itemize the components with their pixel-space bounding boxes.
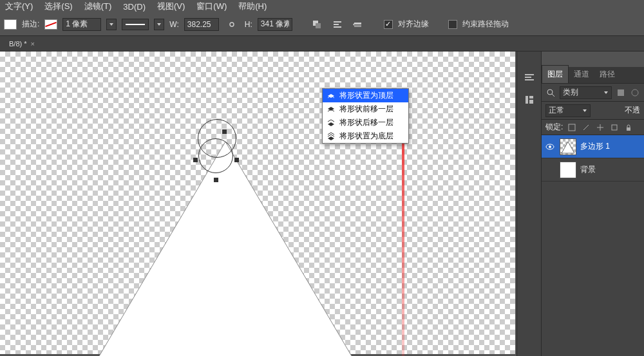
panels-area: 图层 通道 路径 类别 正常 不透 [541, 52, 644, 356]
align-edges-label: 对齐边缘 [398, 19, 429, 30]
align-icon[interactable] [330, 17, 345, 32]
path-anchor[interactable] [214, 178, 218, 182]
stack-down-icon [325, 118, 337, 128]
filter-adjust-icon[interactable] [630, 88, 640, 98]
visibility-icon[interactable] [545, 144, 556, 150]
svg-rect-10 [525, 77, 531, 78]
lock-move-icon[interactable] [595, 122, 605, 133]
height-input[interactable] [258, 18, 292, 31]
document-tab-strip: B/8) * × [0, 36, 644, 52]
menu-select[interactable]: 选择(S) [44, 1, 72, 12]
svg-rect-14 [529, 100, 533, 104]
dd-label: 将形状置为顶层 [339, 90, 393, 101]
menu-bar: 文字(Y) 选择(S) 滤镜(T) 3D(D) 视图(V) 窗口(W) 帮助(H… [0, 0, 644, 13]
lock-pixels-icon[interactable] [567, 122, 577, 133]
width-label: W: [169, 20, 178, 29]
filter-pixel-icon[interactable] [616, 88, 626, 98]
layer-filter-type[interactable]: 类别 [560, 86, 612, 99]
layer-row-polygon[interactable]: 多边形 1 [542, 135, 644, 158]
lock-brush-icon[interactable] [581, 122, 591, 133]
path-ops-icon[interactable] [309, 17, 325, 32]
svg-point-15 [547, 89, 553, 95]
stroke-style-dropdown[interactable] [154, 19, 164, 30]
svg-rect-6 [354, 25, 361, 27]
svg-rect-1 [316, 23, 321, 28]
path-indicator-circle [198, 138, 233, 173]
dd-label: 将形状置为底层 [339, 131, 393, 142]
stack-up-icon [325, 104, 337, 115]
lock-all-icon[interactable] [623, 122, 634, 133]
width-input[interactable] [184, 18, 219, 31]
tab-channels[interactable]: 通道 [569, 66, 594, 83]
blend-mode-select[interactable]: 正常 [545, 104, 591, 117]
blend-mode-label: 正常 [549, 105, 564, 116]
layer-thumb [560, 162, 576, 178]
menu-view[interactable]: 视图(V) [157, 1, 185, 12]
tab-layers[interactable]: 图层 [542, 65, 569, 83]
panel-tabs: 图层 通道 路径 [542, 67, 644, 84]
layer-name[interactable]: 背景 [580, 164, 596, 175]
stroke-width-dropdown[interactable] [106, 19, 117, 30]
stack-bottom-icon [325, 131, 337, 142]
canvas[interactable]: 将形状置为顶层 将形状前移一层 将形状后移一层 将形状置为底层 [0, 52, 515, 354]
arrange-send-to-back[interactable]: 将形状置为底层 [323, 129, 408, 143]
path-anchor[interactable] [234, 158, 239, 162]
svg-rect-5 [354, 23, 361, 24]
menu-filter[interactable]: 滤镜(T) [84, 1, 112, 12]
dd-label: 将形状前移一层 [339, 104, 393, 115]
arrange-bring-forward[interactable]: 将形状前移一层 [323, 102, 408, 116]
svg-marker-7 [97, 142, 354, 356]
link-icon[interactable] [224, 17, 240, 32]
fill-swatch[interactable] [4, 19, 17, 30]
height-label: H: [245, 20, 252, 29]
stroke-width-input[interactable] [62, 18, 101, 31]
svg-point-23 [549, 145, 551, 148]
svg-marker-24 [562, 142, 574, 153]
lock-artboard-icon[interactable] [609, 122, 620, 133]
svg-rect-21 [627, 127, 630, 131]
opacity-label: 不透 [625, 105, 640, 116]
svg-rect-3 [334, 24, 339, 25]
panel-icon-strip [516, 52, 541, 356]
arrange-dropdown: 将形状置为顶层 将形状前移一层 将形状后移一层 将形状置为底层 [322, 88, 409, 144]
menu-3d[interactable]: 3D(D) [123, 2, 146, 12]
arrange-bring-to-front[interactable]: 将形状置为顶层 [323, 89, 408, 102]
constrain-path-checkbox[interactable] [448, 20, 457, 29]
svg-rect-2 [334, 21, 341, 23]
path-anchor[interactable] [193, 158, 198, 162]
svg-point-18 [632, 89, 638, 96]
svg-rect-11 [525, 79, 534, 80]
svg-rect-4 [334, 26, 341, 28]
document-tab-label: B/8) * [9, 40, 27, 48]
layer-thumb [560, 138, 576, 155]
svg-line-16 [552, 94, 554, 97]
stroke-style-picker[interactable] [122, 19, 149, 30]
filter-label: 类别 [563, 87, 578, 98]
constrain-path-label: 约束路径拖动 [462, 19, 509, 30]
arrange-icon[interactable] [350, 17, 366, 32]
dd-label: 将形状后移一层 [339, 117, 393, 128]
stroke-swatch-none[interactable] [44, 19, 57, 30]
menu-text[interactable]: 文字(Y) [5, 1, 33, 12]
arrange-send-backward[interactable]: 将形状后移一层 [323, 116, 408, 129]
layer-name[interactable]: 多边形 1 [580, 141, 610, 152]
canvas-area[interactable]: 将形状置为顶层 将形状前移一层 将形状后移一层 将形状置为底层 [0, 52, 516, 356]
path-anchor[interactable] [222, 129, 227, 134]
svg-rect-19 [569, 124, 575, 131]
paragraph-panel-icon[interactable] [522, 71, 537, 85]
svg-rect-13 [529, 96, 533, 98]
stack-top-icon [325, 91, 337, 101]
document-tab[interactable]: B/8) * × [4, 38, 40, 50]
search-icon[interactable] [545, 88, 556, 98]
close-icon[interactable]: × [31, 40, 35, 48]
menu-help[interactable]: 帮助(H) [238, 1, 267, 12]
polygon-shape[interactable] [97, 142, 354, 356]
svg-rect-20 [612, 125, 617, 130]
svg-rect-12 [526, 96, 528, 104]
layer-row-background[interactable]: 背景 [542, 158, 644, 182]
character-panel-icon[interactable] [522, 93, 537, 107]
menu-window[interactable]: 窗口(W) [196, 1, 227, 12]
tab-paths[interactable]: 路径 [594, 66, 620, 83]
align-edges-checkbox[interactable] [384, 20, 393, 29]
svg-rect-17 [618, 89, 624, 96]
